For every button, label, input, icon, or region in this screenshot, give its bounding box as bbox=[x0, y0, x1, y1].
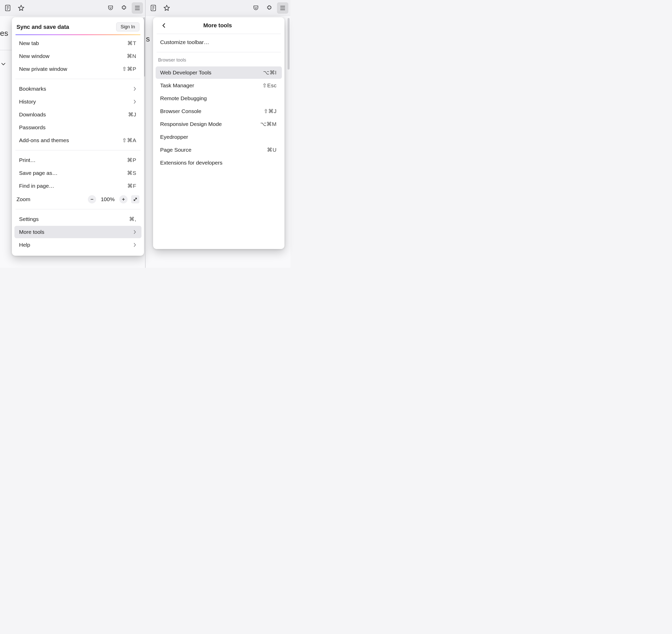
shortcut-text: ⌘J bbox=[128, 112, 137, 118]
menu-item-label: Add-ons and themes bbox=[19, 137, 122, 143]
hamburger-menu-icon[interactable] bbox=[277, 2, 288, 14]
menu-history[interactable]: History bbox=[15, 96, 141, 108]
extensions-icon[interactable] bbox=[263, 2, 275, 14]
menu-item-label: Eyedropper bbox=[160, 134, 277, 140]
menu-task-manager[interactable]: Task Manager ⇧Esc bbox=[156, 79, 282, 92]
shortcut-text: ⌘N bbox=[127, 53, 136, 59]
menu-passwords[interactable]: Passwords bbox=[15, 121, 141, 133]
zoom-label: Zoom bbox=[17, 196, 84, 202]
menu-separator bbox=[16, 150, 140, 150]
shortcut-text: ⌘, bbox=[129, 216, 136, 222]
menu-remote-debugging[interactable]: Remote Debugging bbox=[156, 92, 282, 104]
chevron-right-icon bbox=[133, 87, 136, 91]
chevron-right-icon bbox=[133, 243, 136, 247]
left-pane: es Sync and save data Sign In New tab ⌘T… bbox=[0, 0, 145, 268]
shortcut-text: ⌘U bbox=[267, 147, 277, 153]
shortcut-text: ⌘T bbox=[127, 40, 136, 46]
menu-more-tools[interactable]: More tools bbox=[15, 226, 141, 238]
menu-new-window[interactable]: New window ⌘N bbox=[15, 50, 141, 62]
menu-item-label: Browser Console bbox=[160, 108, 263, 114]
shortcut-text: ⌥⌘M bbox=[260, 121, 277, 127]
browser-toolbar-left bbox=[0, 0, 145, 16]
browser-toolbar-right bbox=[145, 0, 291, 16]
menu-new-private-window[interactable]: New private window ⇧⌘P bbox=[15, 63, 141, 75]
submenu-title: More tools bbox=[168, 22, 268, 29]
background-text-fragment: s bbox=[146, 34, 150, 43]
menu-item-label: New private window bbox=[19, 66, 122, 72]
menu-separator bbox=[157, 52, 281, 52]
menu-separator bbox=[16, 79, 140, 79]
menu-item-label: Help bbox=[19, 242, 133, 248]
menu-item-label: Bookmarks bbox=[19, 86, 133, 92]
right-pane: s More tools Customize toolbar… Browser … bbox=[145, 0, 291, 268]
menu-item-label: Responsive Design Mode bbox=[160, 121, 260, 127]
menu-help[interactable]: Help bbox=[15, 239, 141, 251]
shortcut-text: ⇧⌘A bbox=[122, 137, 136, 143]
menu-item-label: New tab bbox=[19, 40, 127, 46]
chevron-right-icon bbox=[133, 99, 136, 104]
shortcut-text: ⌘S bbox=[127, 170, 136, 176]
shortcut-text: ⇧Esc bbox=[262, 82, 277, 89]
sync-header: Sync and save data Sign In bbox=[12, 17, 144, 34]
pocket-icon[interactable] bbox=[250, 2, 261, 14]
menu-item-label: New window bbox=[19, 53, 127, 59]
shortcut-text: ⌥⌘I bbox=[263, 70, 277, 76]
reader-view-icon[interactable] bbox=[2, 2, 14, 14]
menu-item-label: Find in page… bbox=[19, 183, 127, 189]
menu-print[interactable]: Print… ⌘P bbox=[15, 154, 141, 166]
menu-bookmarks[interactable]: Bookmarks bbox=[15, 83, 141, 95]
menu-item-label: Page Source bbox=[160, 147, 267, 153]
menu-settings[interactable]: Settings ⌘, bbox=[15, 213, 141, 225]
menu-item-label: Passwords bbox=[19, 124, 136, 130]
svg-line-11 bbox=[134, 198, 137, 201]
zoom-percent: 100% bbox=[100, 196, 116, 202]
menu-item-label: Save page as… bbox=[19, 170, 127, 176]
zoom-out-button[interactable] bbox=[88, 195, 96, 203]
menu-addons-themes[interactable]: Add-ons and themes ⇧⌘A bbox=[15, 134, 141, 147]
menu-item-label: Customize toolbar… bbox=[160, 39, 277, 45]
background-text-fragment: es bbox=[0, 29, 8, 38]
background-chevron-icon bbox=[1, 62, 6, 66]
menu-page-source[interactable]: Page Source ⌘U bbox=[156, 144, 282, 156]
sync-title: Sync and save data bbox=[17, 24, 69, 30]
menu-browser-console[interactable]: Browser Console ⇧⌘J bbox=[156, 105, 282, 117]
shortcut-text: ⌘F bbox=[127, 183, 136, 189]
back-button[interactable] bbox=[160, 21, 168, 30]
chevron-right-icon bbox=[133, 230, 136, 234]
fullscreen-button[interactable] bbox=[131, 195, 139, 203]
section-heading: Browser tools bbox=[153, 54, 284, 64]
menu-item-label: Web Developer Tools bbox=[160, 70, 263, 76]
pocket-icon[interactable] bbox=[105, 2, 116, 14]
menu-zoom-row: Zoom 100% bbox=[12, 193, 144, 206]
menu-responsive-design-mode[interactable]: Responsive Design Mode ⌥⌘M bbox=[156, 118, 282, 130]
menu-item-label: Settings bbox=[19, 216, 129, 222]
menu-item-label: History bbox=[19, 99, 133, 105]
menu-save-page-as[interactable]: Save page as… ⌘S bbox=[15, 167, 141, 179]
sign-in-button[interactable]: Sign In bbox=[116, 22, 139, 31]
scrollbar-track[interactable] bbox=[287, 18, 289, 70]
menu-extensions-for-developers[interactable]: Extensions for developers bbox=[156, 156, 282, 169]
menu-item-label: Print… bbox=[19, 157, 127, 163]
shortcut-text: ⌘P bbox=[127, 157, 136, 163]
menu-item-label: Downloads bbox=[19, 112, 128, 118]
reader-view-icon[interactable] bbox=[148, 2, 159, 14]
svg-marker-16 bbox=[164, 5, 169, 10]
menu-downloads[interactable]: Downloads ⌘J bbox=[15, 108, 141, 121]
bookmark-star-icon[interactable] bbox=[161, 2, 172, 14]
submenu-header: More tools bbox=[157, 17, 281, 34]
zoom-in-button[interactable] bbox=[119, 195, 128, 203]
svg-marker-4 bbox=[18, 5, 24, 10]
menu-new-tab[interactable]: New tab ⌘T bbox=[15, 37, 141, 49]
menu-item-label: Remote Debugging bbox=[160, 95, 277, 101]
shortcut-text: ⇧⌘P bbox=[122, 66, 136, 72]
menu-item-label: Task Manager bbox=[160, 82, 262, 89]
menu-web-developer-tools[interactable]: Web Developer Tools ⌥⌘I bbox=[156, 67, 282, 79]
extensions-icon[interactable] bbox=[118, 2, 130, 14]
bookmark-star-icon[interactable] bbox=[16, 2, 27, 14]
menu-customize-toolbar[interactable]: Customize toolbar… bbox=[156, 36, 282, 48]
menu-find-in-page[interactable]: Find in page… ⌘F bbox=[15, 180, 141, 192]
menu-eyedropper[interactable]: Eyedropper bbox=[156, 131, 282, 143]
hamburger-menu-icon[interactable] bbox=[132, 2, 143, 14]
shortcut-text: ⇧⌘J bbox=[263, 108, 277, 114]
menu-item-label: More tools bbox=[19, 229, 133, 235]
